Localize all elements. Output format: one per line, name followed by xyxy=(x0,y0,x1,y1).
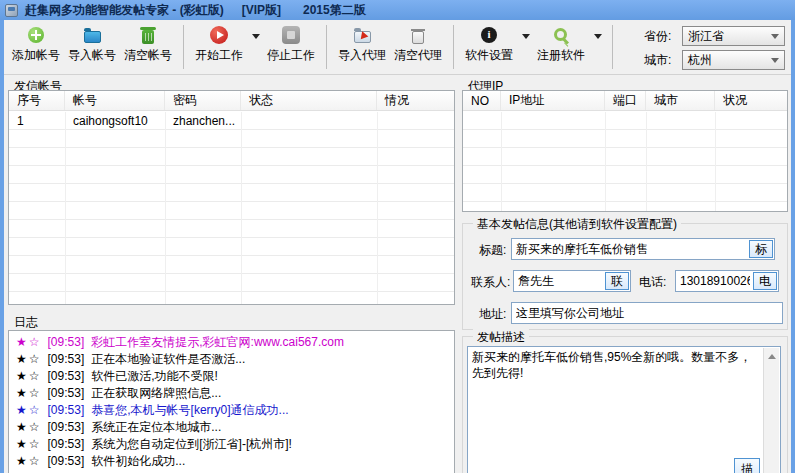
chevron-down-icon xyxy=(771,58,779,63)
settings-icon xyxy=(481,27,497,43)
description-group: 发帖描述 新买来的摩托车低价销售,95%全新的哦。数量不多，先到先得! 描 xyxy=(462,336,788,473)
log-time: [09:53] xyxy=(48,454,85,468)
log-group-label: 日志 xyxy=(14,314,38,331)
description-scrollbar[interactable] xyxy=(763,348,779,473)
import-accounts-icon xyxy=(84,31,101,43)
start-work-button[interactable]: 开始工作 xyxy=(191,25,247,64)
proxy-table[interactable]: NO IP地址 端口 城市 状况 xyxy=(462,90,788,212)
register-software-button[interactable]: 注册软件 xyxy=(533,25,589,64)
description-group-label: 发帖描述 xyxy=(473,329,529,346)
proxy-table-body xyxy=(463,112,787,211)
province-label: 省份: xyxy=(644,28,682,45)
log-time: [09:53] xyxy=(48,369,85,383)
accounts-table-body: 1 caihongsoft10 zhanchen... xyxy=(9,112,454,304)
account-row[interactable]: 1 caihongsoft10 zhanchen... xyxy=(9,112,454,130)
phone-helper-button[interactable]: 电 xyxy=(753,272,777,290)
log-entry: ★☆[09:53]软件已激活,功能不受限! xyxy=(16,368,454,385)
add-icon xyxy=(28,27,44,43)
start-work-dropdown-arrow[interactable] xyxy=(252,34,260,39)
log-entry: ★☆[09:53]软件初始化成功... xyxy=(16,453,454,470)
phone-input[interactable] xyxy=(677,272,753,290)
col-header-index[interactable]: 序号 xyxy=(9,91,65,110)
toolbar-separator xyxy=(612,25,613,69)
start-work-label: 开始工作 xyxy=(195,47,243,64)
address-label: 地址: xyxy=(479,306,506,323)
log-stars: ★☆ xyxy=(16,437,42,451)
log-stars: ★☆ xyxy=(16,454,42,468)
account-status xyxy=(241,112,377,130)
accounts-table-header: 序号 帐号 密码 状态 情况 xyxy=(9,91,454,111)
log-entry: ★☆[09:53]正在本地验证软件是否激活... xyxy=(16,351,454,368)
log-text: 系统正在定位本地城市... xyxy=(91,420,221,434)
import-proxy-button[interactable]: 导入代理 xyxy=(334,25,390,64)
post-info-group: 基本发帖信息(其他请到软件设置配置) 标题: 标 联系人: 联 电话: 电 地址… xyxy=(462,223,788,330)
scroll-down-icon[interactable] xyxy=(764,469,779,473)
log-entry: ★☆[09:53]正在获取网络牌照信息... xyxy=(16,385,454,402)
log-text: 正在本地验证软件是否激活... xyxy=(91,352,245,366)
accounts-table[interactable]: 序号 帐号 密码 状态 情况 1 caihongsoft10 zhanchen.… xyxy=(8,90,455,305)
log-time: [09:53] xyxy=(48,335,85,349)
col-header-state[interactable]: 状况 xyxy=(715,91,787,110)
clear-proxy-icon xyxy=(412,31,424,44)
settings-dropdown-arrow[interactable] xyxy=(522,34,530,39)
proxy-table-header: NO IP地址 端口 城市 状况 xyxy=(463,91,787,111)
post-title-field: 标 xyxy=(511,238,775,260)
window-title: 赶集网多功能智能发帖专家 - (彩虹版) xyxy=(25,2,224,19)
col-header-city[interactable]: 城市 xyxy=(646,91,715,110)
clear-accounts-button[interactable]: 清空帐号 xyxy=(120,25,176,64)
import-accounts-button[interactable]: 导入帐号 xyxy=(64,25,120,64)
title-helper-button[interactable]: 标 xyxy=(749,240,773,258)
log-stars: ★☆ xyxy=(16,386,42,400)
log-text: 系统为您自动定位到[浙江省]-[杭州市]! xyxy=(91,437,292,451)
register-icon xyxy=(552,26,570,44)
contact-field: 联 xyxy=(513,270,631,292)
app-icon xyxy=(5,4,18,17)
location-controls: 省份: 浙江省 城市: 杭州 xyxy=(644,25,785,70)
log-stars: ★☆ xyxy=(16,403,42,417)
description-helper-button[interactable]: 描 xyxy=(734,458,760,473)
clear-proxy-button[interactable]: 清空代理 xyxy=(390,25,446,64)
log-time: [09:53] xyxy=(48,403,85,417)
stop-work-button[interactable]: 停止工作 xyxy=(263,25,319,64)
register-dropdown-arrow[interactable] xyxy=(594,34,602,39)
city-select[interactable]: 杭州 xyxy=(682,50,785,70)
log-entry: ★☆[09:53]系统为您自动定位到[浙江省]-[杭州市]! xyxy=(16,436,454,453)
add-account-label: 添加帐号 xyxy=(12,47,60,64)
software-settings-button[interactable]: 软件设置 xyxy=(461,25,517,64)
post-info-group-label: 基本发帖信息(其他请到软件设置配置) xyxy=(473,216,681,233)
address-input[interactable] xyxy=(511,302,783,324)
titlebar: 赶集网多功能智能发帖专家 - (彩虹版) [VIP版] 2015第二版 xyxy=(0,0,795,20)
col-header-situation[interactable]: 情况 xyxy=(377,91,454,110)
log-text: 软件已激活,功能不受限! xyxy=(91,369,218,383)
col-header-ip[interactable]: IP地址 xyxy=(501,91,605,110)
clear-accounts-icon xyxy=(142,30,154,44)
log-entry: ★☆[09:53]彩虹工作室友情提示,彩虹官网:www.cai567.com xyxy=(16,334,454,351)
edition-label: 2015第二版 xyxy=(303,2,366,19)
col-header-port[interactable]: 端口 xyxy=(605,91,646,110)
stop-icon xyxy=(282,26,300,44)
log-list[interactable]: ★☆[09:53]彩虹工作室友情提示,彩虹官网:www.cai567.com ★… xyxy=(8,330,455,473)
log-entry: ★☆[09:53]恭喜您,本机与帐号[kerry0]通信成功... xyxy=(16,402,454,419)
log-stars: ★☆ xyxy=(16,420,42,434)
account-index: 1 xyxy=(9,112,65,130)
log-time: [09:53] xyxy=(48,386,85,400)
post-title-input[interactable] xyxy=(513,240,749,258)
software-settings-label: 软件设置 xyxy=(465,47,513,64)
log-entry: ★☆[09:53]系统正在定位本地城市... xyxy=(16,419,454,436)
col-header-account[interactable]: 帐号 xyxy=(65,91,165,110)
contact-helper-button[interactable]: 联 xyxy=(605,272,629,290)
log-time: [09:53] xyxy=(48,420,85,434)
col-header-status[interactable]: 状态 xyxy=(241,91,377,110)
scroll-up-icon[interactable] xyxy=(764,348,779,364)
toolbar: 添加帐号 导入帐号 清空帐号 开始工作 停止工作 xyxy=(4,20,791,75)
log-stars: ★☆ xyxy=(16,352,42,366)
province-select[interactable]: 浙江省 xyxy=(682,26,785,46)
account-situation xyxy=(377,112,454,130)
contact-input[interactable] xyxy=(515,272,605,290)
add-account-button[interactable]: 添加帐号 xyxy=(8,25,64,64)
col-header-password[interactable]: 密码 xyxy=(165,91,241,110)
city-label: 城市: xyxy=(644,52,682,69)
col-header-no[interactable]: NO xyxy=(463,91,501,110)
city-value: 杭州 xyxy=(688,52,712,69)
post-description-textarea[interactable]: 新买来的摩托车低价销售,95%全新的哦。数量不多，先到先得! xyxy=(468,347,763,473)
